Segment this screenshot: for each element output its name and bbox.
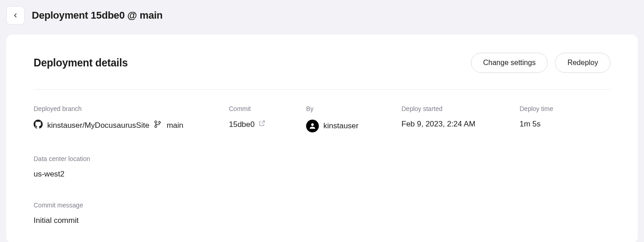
user-avatar-icon — [306, 120, 319, 132]
commit-message-section: Commit message Initial commit — [34, 179, 610, 225]
deploy-time-field: Deploy time 1m 5s — [520, 105, 610, 132]
arrow-left-icon — [12, 12, 19, 19]
deployed-branch-field: Deployed branch kinstauser/MyDocusaurusS… — [34, 105, 229, 132]
card-title: Deployment details — [34, 57, 128, 69]
field-value: Feb 9, 2023, 2:24 AM — [401, 120, 520, 129]
page-header: Deployment 15dbe0 @ main — [0, 0, 644, 31]
commit-hash: 15dbe0 — [229, 120, 255, 129]
github-icon — [34, 120, 43, 131]
card-actions: Change settings Redeploy — [471, 53, 610, 73]
branch-name: main — [167, 121, 183, 130]
deploy-started-field: Deploy started Feb 9, 2023, 2:24 AM — [401, 105, 520, 132]
field-label: Data center location — [34, 155, 610, 162]
commit-field: Commit 15dbe0 — [229, 105, 306, 132]
commit-link[interactable]: 15dbe0 — [229, 120, 266, 129]
details-row-1: Deployed branch kinstauser/MyDocusaurusS… — [34, 90, 610, 132]
field-value: us-west2 — [34, 170, 610, 179]
deployment-card: Deployment details Change settings Redep… — [6, 35, 638, 242]
field-value: 1m 5s — [520, 120, 610, 129]
field-label: Commit — [229, 105, 306, 112]
field-label: Deploy time — [520, 105, 610, 112]
field-label: By — [306, 105, 401, 112]
page-title: Deployment 15dbe0 @ main — [32, 10, 163, 21]
field-value: kinstauser — [306, 120, 401, 132]
field-label: Deploy started — [401, 105, 520, 112]
datacenter-section: Data center location us-west2 — [34, 132, 610, 179]
field-value: Initial commit — [34, 216, 610, 225]
change-settings-button[interactable]: Change settings — [471, 53, 548, 73]
redeploy-button[interactable]: Redeploy — [555, 53, 610, 73]
user-name: kinstauser — [323, 121, 358, 131]
branch-icon — [154, 120, 162, 131]
field-label: Deployed branch — [34, 105, 229, 112]
field-label: Commit message — [34, 202, 610, 209]
external-link-icon — [258, 120, 266, 129]
card-header: Deployment details Change settings Redep… — [34, 53, 610, 90]
repo-name[interactable]: kinstauser/MyDocusaurusSite — [47, 121, 149, 130]
by-field: By kinstauser — [306, 105, 401, 132]
field-value: kinstauser/MyDocusaurusSite main — [34, 120, 229, 131]
back-button[interactable] — [6, 6, 25, 25]
